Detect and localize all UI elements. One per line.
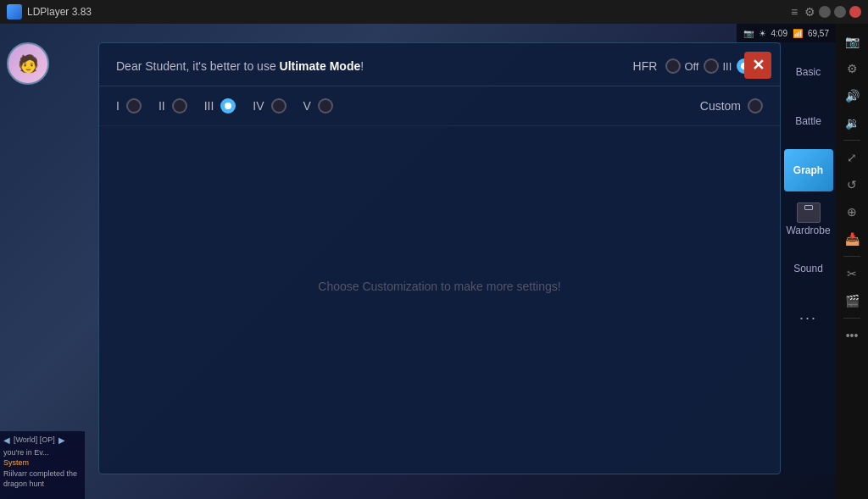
- tab-more[interactable]: ···: [784, 297, 833, 339]
- tab-battle[interactable]: Battle: [784, 100, 833, 142]
- quality-4-radio[interactable]: [271, 98, 287, 114]
- import-button[interactable]: 📥: [839, 226, 865, 252]
- hfr-off-label: Off: [684, 60, 698, 73]
- time-display: 4:09: [771, 29, 787, 38]
- placeholder-text: Choose Customization to make more settin…: [318, 280, 560, 293]
- add-button[interactable]: ⊕: [839, 199, 865, 225]
- quality-2-radio[interactable]: [172, 98, 187, 114]
- settings-panel: ✕ Dear Student, it's better to use Ultim…: [98, 42, 836, 474]
- quality-1-label: I: [116, 99, 120, 113]
- record-button[interactable]: 🎬: [839, 288, 865, 313]
- wifi-icon: 📶: [793, 29, 803, 38]
- chat-prev-button[interactable]: ◀: [3, 435, 10, 445]
- chat-area: ◀ [World] [OP] ▶ you're in Ev... System …: [0, 431, 85, 499]
- hfr-3-label: III: [722, 60, 732, 73]
- rotate-button[interactable]: ↺: [839, 172, 865, 197]
- world-label: [World] [OP]: [14, 435, 55, 446]
- hfr-label: HFR: [633, 59, 658, 73]
- battery-level: 69,57: [808, 29, 829, 38]
- volume-up-button[interactable]: 🔊: [839, 83, 865, 108]
- quality-1-option[interactable]: I: [116, 98, 142, 114]
- custom-radio[interactable]: [748, 98, 763, 114]
- close-icon: ✕: [752, 56, 765, 75]
- quality-5-label: V: [303, 99, 311, 113]
- quality-3-label: III: [204, 99, 214, 113]
- toolbar-separator-1: [843, 140, 860, 141]
- header-exclaim: !: [360, 59, 364, 73]
- hfr-off-option[interactable]: Off: [665, 58, 698, 74]
- quality-row: I II III IV V Custom: [99, 86, 780, 126]
- quality-3-radio[interactable]: [220, 98, 236, 114]
- right-toolbar: 📷 ⚙ 🔊 🔉 ⤢ ↺ ⊕ 📥 ✂ 🎬 •••: [836, 24, 868, 499]
- avatar[interactable]: 🧑: [7, 42, 49, 85]
- modal-close-button[interactable]: ✕: [744, 52, 771, 79]
- window-controls: ≡ ⚙: [788, 6, 861, 18]
- screenshot-button[interactable]: 📷: [839, 29, 865, 54]
- chat-message-1: you're in Ev...: [3, 447, 81, 458]
- extra-icon[interactable]: ⚙: [804, 6, 815, 18]
- quality-4-option[interactable]: IV: [253, 98, 286, 114]
- tab-sound[interactable]: Sound: [784, 247, 833, 290]
- chat-nav: ◀ [World] [OP] ▶: [3, 435, 81, 446]
- hfr-3-radio[interactable]: [704, 58, 719, 74]
- maximize-button[interactable]: [834, 6, 846, 18]
- tab-basic[interactable]: Basic: [784, 51, 833, 93]
- chat-next-button[interactable]: ▶: [58, 435, 65, 445]
- app-logo: [7, 4, 22, 19]
- header-prefix: Dear Student, it's better to use: [116, 59, 280, 73]
- basic-tab-label: Basic: [796, 66, 821, 78]
- quality-5-radio[interactable]: [318, 98, 333, 114]
- quality-2-option[interactable]: II: [159, 98, 187, 114]
- sound-tab-label: Sound: [793, 263, 823, 274]
- custom-label: Custom: [700, 99, 741, 113]
- right-tabs: Basic Battle Graph Wardrobe Sound ···: [781, 42, 836, 474]
- volume-down-button[interactable]: 🔉: [839, 110, 865, 136]
- quality-2-label: II: [159, 99, 165, 113]
- avatar-area: 🧑: [7, 42, 49, 85]
- battle-tab-label: Battle: [795, 115, 821, 127]
- wardrobe-tab-label: Wardrobe: [786, 225, 830, 236]
- toolbar-separator-2: [843, 256, 860, 257]
- settings-button[interactable]: ⚙: [839, 56, 865, 81]
- fullscreen-button[interactable]: ⤢: [839, 145, 865, 170]
- more-tab-label: ···: [799, 309, 817, 327]
- wardrobe-icon: [797, 202, 821, 223]
- quality-1-radio[interactable]: [126, 98, 142, 114]
- system-message: Riilvarr completed the dragon hunt: [3, 469, 81, 490]
- header-text: Dear Student, it's better to use Ultimat…: [116, 59, 364, 73]
- close-window-button[interactable]: [849, 6, 861, 18]
- graph-tab-label: Graph: [793, 164, 823, 176]
- system-label: System: [3, 457, 81, 469]
- quality-3-option[interactable]: III: [204, 98, 236, 114]
- titlebar: LDPlayer 3.83 ≡ ⚙: [0, 0, 868, 24]
- header-bold-text: Ultimate Mode: [280, 59, 361, 73]
- header-message-area: Dear Student, it's better to use Ultimat…: [116, 58, 608, 74]
- status-bar: 📷 ☀ 4:09 📶 69,57: [737, 24, 837, 42]
- app-title: LDPlayer 3.83: [27, 6, 788, 18]
- toolbar-separator-3: [843, 318, 860, 319]
- hfr-3-option[interactable]: III: [704, 58, 732, 74]
- tab-graph[interactable]: Graph: [784, 149, 833, 191]
- settings-icon[interactable]: ≡: [788, 6, 800, 18]
- modal-dialog: ✕ Dear Student, it's better to use Ultim…: [98, 42, 781, 474]
- hfr-section: HFR Off III V: [633, 58, 763, 74]
- modal-header: Dear Student, it's better to use Ultimat…: [99, 43, 780, 86]
- sun-icon: ☀: [759, 29, 766, 38]
- tab-wardrobe[interactable]: Wardrobe: [784, 198, 833, 241]
- quality-5-option[interactable]: V: [303, 98, 333, 114]
- minimize-button[interactable]: [819, 6, 831, 18]
- quality-4-label: IV: [253, 99, 264, 113]
- custom-option[interactable]: Custom: [700, 98, 763, 114]
- hfr-off-radio[interactable]: [665, 58, 681, 74]
- modal-content: Choose Customization to make more settin…: [99, 126, 780, 446]
- cut-button[interactable]: ✂: [839, 261, 865, 286]
- more-button[interactable]: •••: [839, 323, 865, 348]
- camera-icon: 📷: [743, 29, 754, 38]
